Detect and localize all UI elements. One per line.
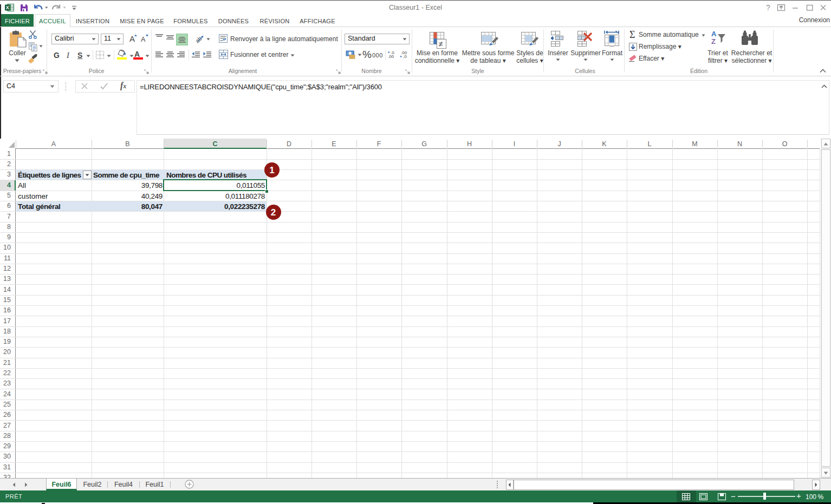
svg-text:A: A [129,34,135,43]
svg-text:≠: ≠ [439,40,443,48]
svg-text:?: ? [766,3,770,12]
svg-text:A: A [711,30,717,38]
svg-text:A: A [141,36,146,43]
svg-text:Z: Z [711,37,716,45]
svg-text:.0: .0 [391,50,394,55]
